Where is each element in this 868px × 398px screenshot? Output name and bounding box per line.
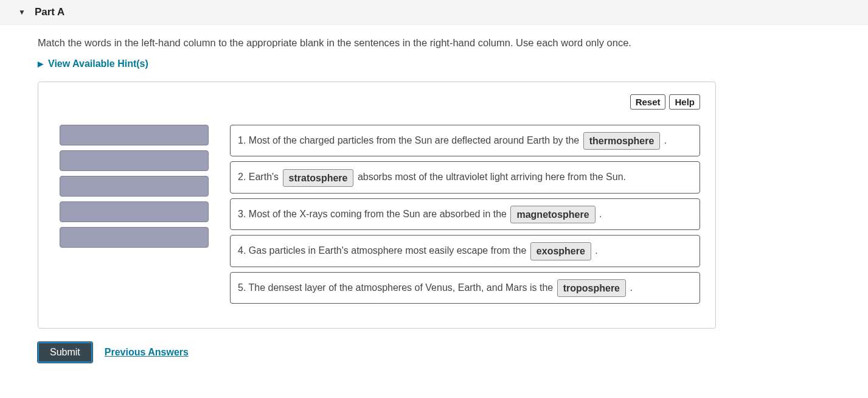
word-slot[interactable] (60, 150, 209, 171)
dropped-word[interactable]: magnetosphere (510, 206, 595, 223)
sentence-row: 3. Most of the X-rays coming from the Su… (230, 198, 700, 230)
previous-answers-link[interactable]: Previous Answers (105, 347, 189, 358)
expand-icon: ▶ (38, 60, 43, 68)
content-area: Match the words in the left-hand column … (0, 25, 868, 375)
sentence-pre: Most of the charged particles from the S… (249, 135, 579, 145)
dropped-word[interactable]: thermosphere (583, 132, 661, 150)
sentence-num: 5. (238, 282, 246, 293)
sentence-post: . (664, 135, 667, 145)
sentence-post: . (595, 245, 597, 256)
sentence-num: 3. (238, 209, 246, 219)
dropped-word[interactable]: troposphere (557, 279, 626, 297)
word-bank (60, 125, 209, 248)
activity-box: Reset Help 1. Most of the charged partic… (38, 82, 716, 329)
reset-button[interactable]: Reset (630, 94, 666, 110)
word-slot[interactable] (60, 201, 209, 222)
instructions-text: Match the words in the left-hand column … (38, 37, 856, 49)
matching-area: 1. Most of the charged particles from th… (54, 125, 700, 304)
view-hints-link[interactable]: ▶ View Available Hint(s) (38, 58, 148, 69)
sentence-post: . (630, 282, 632, 293)
word-slot[interactable] (60, 125, 209, 145)
collapse-icon[interactable]: ▼ (18, 8, 26, 16)
sentence-pre: Gas particles in Earth's atmosphere most… (249, 245, 527, 256)
help-button[interactable]: Help (669, 94, 700, 110)
sentence-post: . (599, 209, 602, 219)
dropped-word[interactable]: stratosphere (283, 169, 354, 187)
sentence-row: 1. Most of the charged particles from th… (230, 125, 700, 156)
part-header: ▼ Part A (0, 0, 868, 25)
dropped-word[interactable]: exosphere (530, 242, 591, 260)
sentence-num: 2. (238, 172, 246, 182)
footer-controls: Submit Previous Answers (38, 342, 856, 363)
sentence-num: 1. (238, 135, 246, 145)
sentence-post: absorbs most of the ultraviolet light ar… (358, 172, 626, 182)
sentence-row: 2. Earth's stratosphere absorbs most of … (230, 161, 700, 193)
sentence-num: 4. (238, 245, 246, 256)
part-title: Part A (35, 6, 64, 18)
toolbar: Reset Help (54, 94, 700, 110)
word-slot[interactable] (60, 176, 209, 197)
hints-label: View Available Hint(s) (48, 58, 148, 69)
sentence-row: 4. Gas particles in Earth's atmosphere m… (230, 235, 700, 267)
sentence-pre: Earth's (249, 172, 279, 182)
sentence-pre: Most of the X-rays coming from the Sun a… (249, 209, 507, 219)
sentences-column: 1. Most of the charged particles from th… (230, 125, 700, 304)
sentence-pre: The densest layer of the atmospheres of … (249, 282, 554, 293)
word-slot[interactable] (60, 227, 209, 248)
submit-button[interactable]: Submit (38, 342, 92, 363)
sentence-row: 5. The densest layer of the atmospheres … (230, 272, 700, 304)
